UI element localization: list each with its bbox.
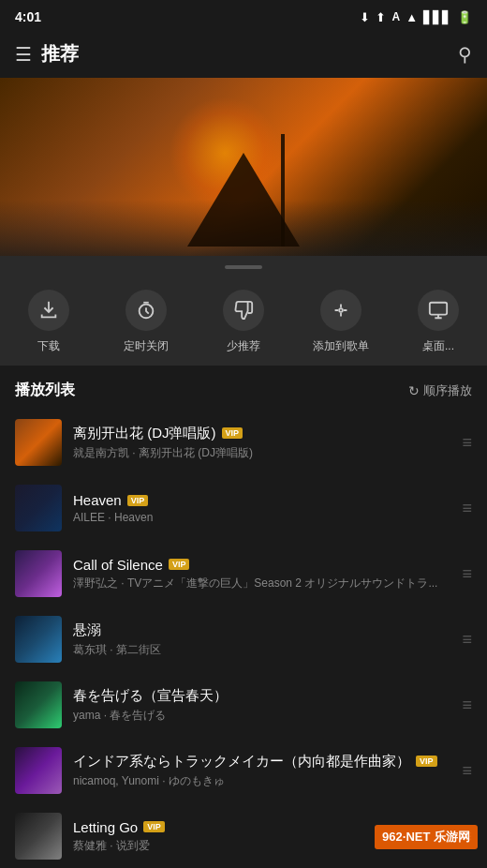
song-title: 离别开出花 (DJ弹唱版) [73,425,216,442]
action-download[interactable]: 下载 [0,290,97,354]
song-title-row: 离别开出花 (DJ弹唱版) VIP [73,425,447,442]
drag-handle-icon: ≡ [458,761,472,781]
svg-point-1 [339,308,343,312]
song-thumbnail [15,550,62,597]
song-info: Call of Silence VIP 澤野弘之 · TVアニメ「進撃の巨人」S… [73,557,447,591]
song-title-row: Heaven VIP [73,492,447,508]
wifi-icon: ▲ [406,10,418,24]
list-item[interactable]: 离别开出花 (DJ弹唱版) VIP 就是南方凯 · 离别开出花 (DJ弹唱版) … [0,410,487,475]
hero-mountain [187,153,300,247]
upload-status-icon: ⬆ [376,10,386,24]
vip-badge: VIP [416,756,437,767]
song-thumbnail [15,747,62,794]
status-icons: ⬇ ⬆ A ▲ ▋▋▋ 🔋 [360,10,472,24]
battery-icon: 🔋 [457,10,472,24]
song-subtitle: yama · 春を告げる [73,708,447,724]
bottom-sheet-handle [0,256,487,275]
song-info: インドア系ならトラックメイカー（内向都是作曲家） VIP nicamoq, Yu… [73,753,447,789]
song-subtitle: 就是南方凯 · 离别开出花 (DJ弹唱版) [73,445,447,461]
song-subtitle: nicamoq, Yunomi · ゆのもきゅ [73,773,447,789]
list-item[interactable]: Call of Silence VIP 澤野弘之 · TVアニメ「進撃の巨人」S… [0,541,487,606]
a-status-icon: A [391,10,400,23]
sort-label: 顺序播放 [423,382,472,399]
song-subtitle: 澤野弘之 · TVアニメ「進撃の巨人」Season 2 オリジナルサウンドトラ.… [73,576,447,591]
desktop-label: 桌面... [422,338,454,354]
playlist-header: 播放列表 ↻ 顺序播放 [0,366,487,410]
song-thumbnail [15,616,62,663]
download-status-icon: ⬇ [360,10,370,24]
song-info: 离别开出花 (DJ弹唱版) VIP 就是南方凯 · 离别开出花 (DJ弹唱版) [73,425,447,461]
song-title: Heaven [73,492,122,508]
less-recommend-label: 少推荐 [227,338,260,354]
list-item[interactable]: Heaven VIP AILEE · Heaven ≡ [0,475,487,541]
song-info: 春を告げる（宣告春天） yama · 春を告げる [73,687,447,724]
song-thumbnail [15,419,62,466]
sort-button[interactable]: ↻ 顺序播放 [408,382,472,399]
timer-label: 定时关闭 [124,338,169,354]
song-title-row: 悬溺 [73,621,447,639]
drag-handle-icon: ≡ [458,499,472,518]
song-title-row: 春を告げる（宣告春天） [73,687,447,705]
sort-icon: ↻ [408,383,420,398]
drag-handle-icon: ≡ [458,630,472,650]
thumbsdown-icon [223,290,264,331]
drag-handle-icon: ≡ [458,696,472,715]
hero-banner [0,78,487,256]
desktop-icon [418,290,459,331]
drag-handle-bar [225,265,262,269]
song-subtitle: 葛东琪 · 第二街区 [73,642,447,658]
song-subtitle: AILEE · Heaven [73,511,447,524]
song-thumbnail [15,681,62,728]
drag-handle-icon: ≡ [458,564,472,584]
svg-rect-2 [430,303,447,315]
add-playlist-label: 添加到歌单 [313,338,369,354]
song-title: インドア系ならトラックメイカー（内向都是作曲家） [73,753,410,771]
list-item[interactable]: 春を告げる（宣告春天） yama · 春を告げる ≡ [0,672,487,738]
song-title-row: Call of Silence VIP [73,557,447,573]
page-title: 推荐 [41,41,79,67]
vip-badge: VIP [143,821,165,832]
download-icon [28,290,69,331]
header-left: ☰ 推荐 [15,41,79,67]
playlist-title: 播放列表 [15,381,75,400]
action-row: 下载 定时关闭 少推荐 添加到歌单 桌 [0,275,487,366]
vip-badge: VIP [222,427,244,439]
song-thumbnail [15,485,62,531]
list-item[interactable]: インドア系ならトラックメイカー（内向都是作曲家） VIP nicamoq, Yu… [0,738,487,803]
status-time: 4:01 [15,9,41,24]
vip-badge: VIP [127,495,149,506]
action-timer[interactable]: 定时关闭 [97,290,195,354]
song-info: 悬溺 葛东琪 · 第二街区 [73,621,447,658]
drag-handle-icon: ≡ [458,433,472,453]
action-less-recommend[interactable]: 少推荐 [195,290,292,354]
download-label: 下载 [37,338,60,354]
add-playlist-icon [320,290,362,331]
song-title-row: インドア系ならトラックメイカー（内向都是作曲家） VIP [73,753,447,771]
watermark: 962·NET 乐游网 [375,825,478,849]
song-title: Call of Silence [73,557,163,573]
timer-icon [125,290,167,331]
action-add-playlist[interactable]: 添加到歌单 [292,290,390,354]
song-list: 离别开出花 (DJ弹唱版) VIP 就是南方凯 · 离别开出花 (DJ弹唱版) … [0,410,487,868]
song-info: Heaven VIP AILEE · Heaven [73,492,447,524]
search-icon[interactable]: ⚲ [458,43,472,66]
menu-icon[interactable]: ☰ [15,43,32,66]
signal-icon: ▋▋▋ [423,10,451,24]
header: ☰ 推荐 ⚲ [0,34,487,78]
song-title: Letting Go [73,819,138,835]
action-desktop[interactable]: 桌面... [390,290,487,354]
song-title: 春を告げる（宣告春天） [73,687,228,705]
vip-badge: VIP [169,559,190,570]
song-title: 悬溺 [73,621,101,639]
status-bar: 4:01 ⬇ ⬆ A ▲ ▋▋▋ 🔋 [0,0,487,34]
list-item[interactable]: 悬溺 葛东琪 · 第二街区 ≡ [0,606,487,672]
song-thumbnail [15,813,62,860]
